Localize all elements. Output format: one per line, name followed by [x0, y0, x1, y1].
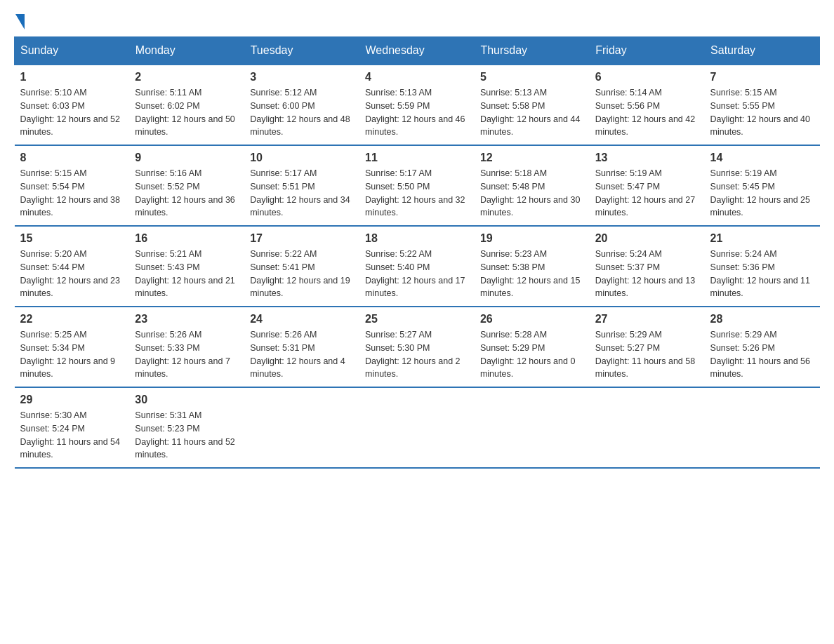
day-info: Sunrise: 5:21 AMSunset: 5:43 PMDaylight:…	[135, 248, 239, 300]
day-info: Sunrise: 5:22 AMSunset: 5:41 PMDaylight:…	[250, 248, 354, 300]
day-number: 7	[710, 71, 814, 83]
day-number: 14	[710, 152, 814, 164]
day-info: Sunrise: 5:15 AMSunset: 5:55 PMDaylight:…	[710, 86, 814, 139]
header-monday: Monday	[129, 37, 244, 65]
calendar-body: 1Sunrise: 5:10 AMSunset: 6:03 PMDaylight…	[15, 65, 820, 468]
day-number: 30	[135, 394, 239, 406]
day-info: Sunrise: 5:22 AMSunset: 5:40 PMDaylight:…	[365, 248, 469, 300]
day-cell-4: 4Sunrise: 5:13 AMSunset: 5:59 PMDaylight…	[359, 65, 475, 145]
day-number: 3	[250, 71, 354, 83]
empty-cell	[244, 387, 359, 468]
day-number: 4	[365, 71, 469, 83]
day-cell-11: 11Sunrise: 5:17 AMSunset: 5:50 PMDayligh…	[359, 145, 475, 226]
day-info: Sunrise: 5:15 AMSunset: 5:54 PMDaylight:…	[20, 167, 124, 220]
day-info: Sunrise: 5:26 AMSunset: 5:33 PMDaylight:…	[135, 328, 239, 381]
week-row-3: 15Sunrise: 5:20 AMSunset: 5:44 PMDayligh…	[15, 226, 820, 307]
day-cell-30: 30Sunrise: 5:31 AMSunset: 5:23 PMDayligh…	[129, 387, 244, 468]
day-info: Sunrise: 5:24 AMSunset: 5:37 PMDaylight:…	[595, 248, 699, 300]
day-number: 28	[710, 313, 814, 326]
day-cell-20: 20Sunrise: 5:24 AMSunset: 5:37 PMDayligh…	[590, 226, 705, 307]
day-cell-7: 7Sunrise: 5:15 AMSunset: 5:55 PMDaylight…	[705, 65, 820, 145]
day-number: 20	[595, 232, 699, 245]
header-thursday: Thursday	[475, 37, 590, 65]
day-info: Sunrise: 5:28 AMSunset: 5:29 PMDaylight:…	[480, 328, 584, 381]
day-info: Sunrise: 5:23 AMSunset: 5:38 PMDaylight:…	[480, 248, 584, 300]
day-info: Sunrise: 5:29 AMSunset: 5:26 PMDaylight:…	[710, 328, 814, 381]
header-row: SundayMondayTuesdayWednesdayThursdayFrid…	[15, 37, 820, 65]
day-number: 12	[480, 152, 584, 164]
week-row-2: 8Sunrise: 5:15 AMSunset: 5:54 PMDaylight…	[15, 145, 820, 226]
day-cell-13: 13Sunrise: 5:19 AMSunset: 5:47 PMDayligh…	[590, 145, 705, 226]
day-number: 16	[135, 232, 239, 245]
day-number: 17	[250, 232, 354, 245]
day-number: 15	[20, 232, 124, 245]
empty-cell	[359, 387, 475, 468]
day-number: 25	[365, 313, 469, 326]
day-info: Sunrise: 5:27 AMSunset: 5:30 PMDaylight:…	[365, 328, 469, 381]
day-number: 23	[135, 313, 239, 326]
header-sunday: Sunday	[15, 37, 130, 65]
logo-area	[14, 14, 25, 29]
day-info: Sunrise: 5:30 AMSunset: 5:24 PMDaylight:…	[20, 409, 124, 462]
day-info: Sunrise: 5:10 AMSunset: 6:03 PMDaylight:…	[20, 86, 124, 139]
day-number: 10	[250, 152, 354, 164]
header-wednesday: Wednesday	[359, 37, 475, 65]
day-number: 5	[480, 71, 584, 83]
day-number: 19	[480, 232, 584, 245]
day-cell-5: 5Sunrise: 5:13 AMSunset: 5:58 PMDaylight…	[475, 65, 590, 145]
day-info: Sunrise: 5:13 AMSunset: 5:59 PMDaylight:…	[365, 86, 469, 139]
day-info: Sunrise: 5:31 AMSunset: 5:23 PMDaylight:…	[135, 409, 239, 462]
day-cell-23: 23Sunrise: 5:26 AMSunset: 5:33 PMDayligh…	[129, 307, 244, 387]
empty-cell	[475, 387, 590, 468]
day-cell-25: 25Sunrise: 5:27 AMSunset: 5:30 PMDayligh…	[359, 307, 475, 387]
day-number: 9	[135, 152, 239, 164]
day-info: Sunrise: 5:25 AMSunset: 5:34 PMDaylight:…	[20, 328, 124, 381]
day-cell-22: 22Sunrise: 5:25 AMSunset: 5:34 PMDayligh…	[15, 307, 130, 387]
day-info: Sunrise: 5:18 AMSunset: 5:48 PMDaylight:…	[480, 167, 584, 220]
day-number: 18	[365, 232, 469, 245]
day-number: 29	[20, 394, 124, 406]
day-info: Sunrise: 5:16 AMSunset: 5:52 PMDaylight:…	[135, 167, 239, 220]
day-number: 22	[20, 313, 124, 326]
day-cell-10: 10Sunrise: 5:17 AMSunset: 5:51 PMDayligh…	[244, 145, 359, 226]
page-header	[14, 14, 820, 29]
day-cell-16: 16Sunrise: 5:21 AMSunset: 5:43 PMDayligh…	[129, 226, 244, 307]
day-number: 21	[710, 232, 814, 245]
day-info: Sunrise: 5:11 AMSunset: 6:02 PMDaylight:…	[135, 86, 239, 139]
day-info: Sunrise: 5:29 AMSunset: 5:27 PMDaylight:…	[595, 328, 699, 381]
day-info: Sunrise: 5:17 AMSunset: 5:51 PMDaylight:…	[250, 167, 354, 220]
header-tuesday: Tuesday	[244, 37, 359, 65]
week-row-4: 22Sunrise: 5:25 AMSunset: 5:34 PMDayligh…	[15, 307, 820, 387]
day-cell-29: 29Sunrise: 5:30 AMSunset: 5:24 PMDayligh…	[15, 387, 130, 468]
day-number: 13	[595, 152, 699, 164]
day-cell-19: 19Sunrise: 5:23 AMSunset: 5:38 PMDayligh…	[475, 226, 590, 307]
day-number: 2	[135, 71, 239, 83]
day-cell-17: 17Sunrise: 5:22 AMSunset: 5:41 PMDayligh…	[244, 226, 359, 307]
day-info: Sunrise: 5:20 AMSunset: 5:44 PMDaylight:…	[20, 248, 124, 300]
day-number: 11	[365, 152, 469, 164]
logo-triangle-icon	[15, 14, 25, 29]
day-number: 6	[595, 71, 699, 83]
week-row-1: 1Sunrise: 5:10 AMSunset: 6:03 PMDaylight…	[15, 65, 820, 145]
day-info: Sunrise: 5:19 AMSunset: 5:47 PMDaylight:…	[595, 167, 699, 220]
day-info: Sunrise: 5:14 AMSunset: 5:56 PMDaylight:…	[595, 86, 699, 139]
empty-cell	[590, 387, 705, 468]
day-cell-14: 14Sunrise: 5:19 AMSunset: 5:45 PMDayligh…	[705, 145, 820, 226]
day-cell-18: 18Sunrise: 5:22 AMSunset: 5:40 PMDayligh…	[359, 226, 475, 307]
calendar-table: SundayMondayTuesdayWednesdayThursdayFrid…	[14, 36, 820, 469]
day-cell-9: 9Sunrise: 5:16 AMSunset: 5:52 PMDaylight…	[129, 145, 244, 226]
day-info: Sunrise: 5:24 AMSunset: 5:36 PMDaylight:…	[710, 248, 814, 300]
day-cell-26: 26Sunrise: 5:28 AMSunset: 5:29 PMDayligh…	[475, 307, 590, 387]
header-friday: Friday	[590, 37, 705, 65]
calendar-header: SundayMondayTuesdayWednesdayThursdayFrid…	[15, 37, 820, 65]
day-number: 27	[595, 313, 699, 326]
week-row-5: 29Sunrise: 5:30 AMSunset: 5:24 PMDayligh…	[15, 387, 820, 468]
empty-cell	[705, 387, 820, 468]
day-cell-6: 6Sunrise: 5:14 AMSunset: 5:56 PMDaylight…	[590, 65, 705, 145]
day-info: Sunrise: 5:26 AMSunset: 5:31 PMDaylight:…	[250, 328, 354, 381]
day-cell-21: 21Sunrise: 5:24 AMSunset: 5:36 PMDayligh…	[705, 226, 820, 307]
day-cell-8: 8Sunrise: 5:15 AMSunset: 5:54 PMDaylight…	[15, 145, 130, 226]
day-info: Sunrise: 5:19 AMSunset: 5:45 PMDaylight:…	[710, 167, 814, 220]
day-number: 26	[480, 313, 584, 326]
day-cell-15: 15Sunrise: 5:20 AMSunset: 5:44 PMDayligh…	[15, 226, 130, 307]
